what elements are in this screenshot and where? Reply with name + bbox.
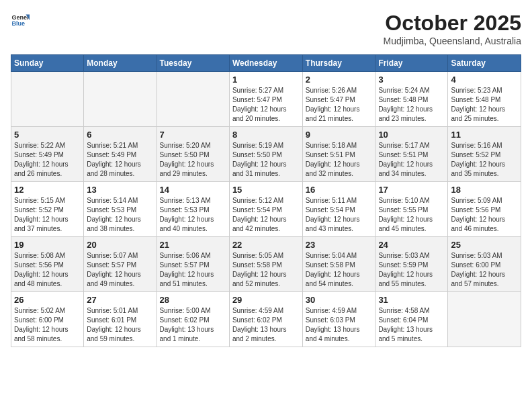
day-info: Sunrise: 5:26 AM Sunset: 5:47 PM Dayligh… [306, 86, 373, 124]
page-header: General Blue October 2025 Mudjimba, Quee… [11, 11, 521, 46]
day-number: 8 [232, 130, 300, 140]
day-number: 21 [160, 240, 226, 250]
calendar-cell: 15Sunrise: 5:12 AM Sunset: 5:54 PM Dayli… [229, 182, 302, 237]
day-info: Sunrise: 5:07 AM Sunset: 5:57 PM Dayligh… [87, 251, 153, 289]
day-info: Sunrise: 5:03 AM Sunset: 6:00 PM Dayligh… [451, 251, 518, 289]
calendar-cell: 22Sunrise: 5:05 AM Sunset: 5:58 PM Dayli… [229, 237, 302, 292]
day-info: Sunrise: 5:12 AM Sunset: 5:54 PM Dayligh… [232, 196, 300, 234]
week-row-2: 5Sunrise: 5:22 AM Sunset: 5:49 PM Daylig… [11, 127, 521, 182]
calendar-cell: 20Sunrise: 5:07 AM Sunset: 5:57 PM Dayli… [84, 237, 157, 292]
day-number: 3 [378, 75, 445, 85]
calendar-cell: 26Sunrise: 5:02 AM Sunset: 6:00 PM Dayli… [11, 292, 84, 347]
weekday-header-sunday: Sunday [11, 55, 84, 72]
day-info: Sunrise: 4:58 AM Sunset: 6:04 PM Dayligh… [378, 306, 445, 344]
day-info: Sunrise: 5:27 AM Sunset: 5:47 PM Dayligh… [232, 86, 300, 124]
calendar-cell: 3Sunrise: 5:24 AM Sunset: 5:48 PM Daylig… [375, 72, 448, 127]
day-info: Sunrise: 5:03 AM Sunset: 5:59 PM Dayligh… [378, 251, 445, 289]
calendar-cell: 21Sunrise: 5:06 AM Sunset: 5:57 PM Dayli… [157, 237, 229, 292]
day-info: Sunrise: 5:01 AM Sunset: 6:01 PM Dayligh… [87, 306, 153, 344]
calendar-cell [448, 292, 521, 347]
calendar-cell: 28Sunrise: 5:00 AM Sunset: 6:02 PM Dayli… [157, 292, 229, 347]
calendar-cell: 12Sunrise: 5:15 AM Sunset: 5:52 PM Dayli… [11, 182, 84, 237]
calendar-cell [11, 72, 84, 127]
location: Mudjimba, Queensland, Australia [384, 36, 521, 46]
day-number: 4 [451, 75, 518, 85]
month-title: October 2025 [384, 11, 521, 36]
day-info: Sunrise: 5:24 AM Sunset: 5:48 PM Dayligh… [378, 86, 445, 124]
calendar-cell: 31Sunrise: 4:58 AM Sunset: 6:04 PM Dayli… [375, 292, 448, 347]
day-number: 13 [87, 185, 153, 195]
calendar-cell: 30Sunrise: 4:59 AM Sunset: 6:03 PM Dayli… [302, 292, 375, 347]
day-info: Sunrise: 5:05 AM Sunset: 5:58 PM Dayligh… [232, 251, 300, 289]
calendar-cell: 25Sunrise: 5:03 AM Sunset: 6:00 PM Dayli… [448, 237, 521, 292]
calendar-cell: 14Sunrise: 5:13 AM Sunset: 5:53 PM Dayli… [157, 182, 229, 237]
day-number: 16 [306, 185, 373, 195]
day-number: 31 [378, 295, 445, 305]
day-number: 5 [14, 130, 81, 140]
day-number: 19 [14, 240, 81, 250]
day-number: 7 [160, 130, 226, 140]
day-number: 14 [160, 185, 226, 195]
day-info: Sunrise: 5:19 AM Sunset: 5:50 PM Dayligh… [232, 141, 300, 179]
calendar-cell: 10Sunrise: 5:17 AM Sunset: 5:51 PM Dayli… [375, 127, 448, 182]
day-info: Sunrise: 5:14 AM Sunset: 5:53 PM Dayligh… [87, 196, 153, 234]
day-info: Sunrise: 5:16 AM Sunset: 5:52 PM Dayligh… [451, 141, 518, 179]
day-info: Sunrise: 5:13 AM Sunset: 5:53 PM Dayligh… [160, 196, 226, 234]
weekday-header-friday: Friday [375, 55, 448, 72]
day-number: 28 [160, 295, 226, 305]
calendar-cell: 18Sunrise: 5:09 AM Sunset: 5:56 PM Dayli… [448, 182, 521, 237]
weekday-header-row: SundayMondayTuesdayWednesdayThursdayFrid… [11, 55, 521, 72]
day-info: Sunrise: 5:17 AM Sunset: 5:51 PM Dayligh… [378, 141, 445, 179]
day-number: 9 [306, 130, 373, 140]
day-number: 6 [87, 130, 153, 140]
calendar-cell: 9Sunrise: 5:18 AM Sunset: 5:51 PM Daylig… [302, 127, 375, 182]
week-row-4: 19Sunrise: 5:08 AM Sunset: 5:56 PM Dayli… [11, 237, 521, 292]
calendar-cell: 23Sunrise: 5:04 AM Sunset: 5:58 PM Dayli… [302, 237, 375, 292]
day-info: Sunrise: 5:02 AM Sunset: 6:00 PM Dayligh… [14, 306, 81, 344]
day-number: 20 [87, 240, 153, 250]
calendar-cell: 5Sunrise: 5:22 AM Sunset: 5:49 PM Daylig… [11, 127, 84, 182]
day-number: 17 [378, 185, 445, 195]
day-info: Sunrise: 5:08 AM Sunset: 5:56 PM Dayligh… [14, 251, 81, 289]
day-number: 2 [306, 75, 373, 85]
calendar-cell: 2Sunrise: 5:26 AM Sunset: 5:47 PM Daylig… [302, 72, 375, 127]
calendar-cell: 4Sunrise: 5:23 AM Sunset: 5:48 PM Daylig… [448, 72, 521, 127]
day-number: 27 [87, 295, 153, 305]
calendar-cell: 27Sunrise: 5:01 AM Sunset: 6:01 PM Dayli… [84, 292, 157, 347]
day-info: Sunrise: 5:22 AM Sunset: 5:49 PM Dayligh… [14, 141, 81, 179]
day-number: 29 [232, 295, 300, 305]
calendar-cell: 16Sunrise: 5:11 AM Sunset: 5:54 PM Dayli… [302, 182, 375, 237]
day-info: Sunrise: 5:00 AM Sunset: 6:02 PM Dayligh… [160, 306, 226, 344]
day-number: 26 [14, 295, 81, 305]
day-number: 23 [306, 240, 373, 250]
day-info: Sunrise: 4:59 AM Sunset: 6:03 PM Dayligh… [306, 306, 373, 344]
day-info: Sunrise: 5:06 AM Sunset: 5:57 PM Dayligh… [160, 251, 226, 289]
week-row-3: 12Sunrise: 5:15 AM Sunset: 5:52 PM Dayli… [11, 182, 521, 237]
calendar-cell: 13Sunrise: 5:14 AM Sunset: 5:53 PM Dayli… [84, 182, 157, 237]
calendar-cell: 7Sunrise: 5:20 AM Sunset: 5:50 PM Daylig… [157, 127, 229, 182]
day-number: 11 [451, 130, 518, 140]
day-info: Sunrise: 5:09 AM Sunset: 5:56 PM Dayligh… [451, 196, 518, 234]
calendar-cell: 1Sunrise: 5:27 AM Sunset: 5:47 PM Daylig… [229, 72, 302, 127]
logo: General Blue [11, 11, 30, 30]
svg-text:Blue: Blue [11, 20, 25, 27]
calendar-cell [84, 72, 157, 127]
title-block: October 2025 Mudjimba, Queensland, Austr… [384, 11, 521, 46]
day-number: 12 [14, 185, 81, 195]
day-info: Sunrise: 5:10 AM Sunset: 5:55 PM Dayligh… [378, 196, 445, 234]
calendar-table: SundayMondayTuesdayWednesdayThursdayFrid… [11, 54, 521, 347]
calendar-cell: 11Sunrise: 5:16 AM Sunset: 5:52 PM Dayli… [448, 127, 521, 182]
day-info: Sunrise: 5:20 AM Sunset: 5:50 PM Dayligh… [160, 141, 226, 179]
calendar-cell: 24Sunrise: 5:03 AM Sunset: 5:59 PM Dayli… [375, 237, 448, 292]
calendar-cell: 17Sunrise: 5:10 AM Sunset: 5:55 PM Dayli… [375, 182, 448, 237]
weekday-header-wednesday: Wednesday [229, 55, 302, 72]
day-number: 18 [451, 185, 518, 195]
weekday-header-monday: Monday [84, 55, 157, 72]
day-info: Sunrise: 5:04 AM Sunset: 5:58 PM Dayligh… [306, 251, 373, 289]
day-info: Sunrise: 5:15 AM Sunset: 5:52 PM Dayligh… [14, 196, 81, 234]
day-info: Sunrise: 5:11 AM Sunset: 5:54 PM Dayligh… [306, 196, 373, 234]
calendar-cell [157, 72, 229, 127]
calendar-cell: 8Sunrise: 5:19 AM Sunset: 5:50 PM Daylig… [229, 127, 302, 182]
weekday-header-saturday: Saturday [448, 55, 521, 72]
day-number: 10 [378, 130, 445, 140]
